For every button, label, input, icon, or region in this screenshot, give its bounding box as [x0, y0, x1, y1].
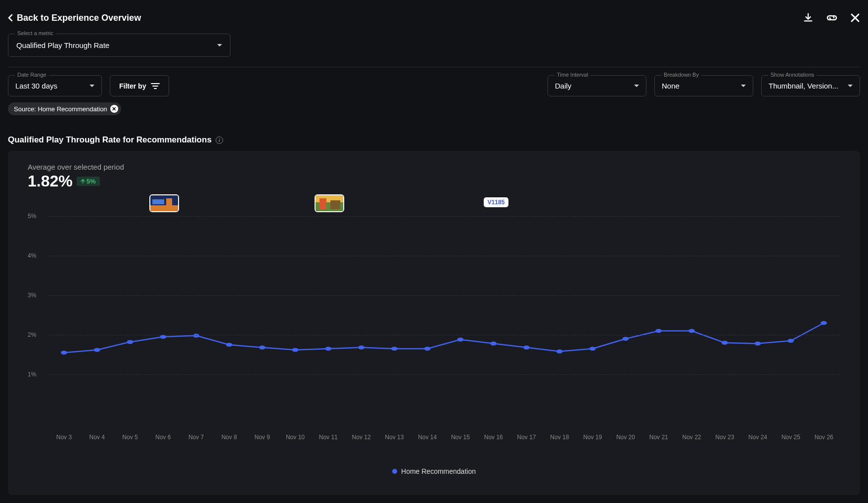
metric-select[interactable]: Select a metric Qualified Play Through R…	[8, 34, 230, 57]
y-tick: 2%	[28, 331, 36, 338]
svg-point-13	[226, 343, 232, 347]
summary-label: Average over selected period	[28, 163, 840, 171]
x-tick: Nov 21	[642, 434, 675, 441]
svg-point-9	[94, 348, 100, 352]
grid-line	[47, 216, 840, 217]
svg-rect-1	[150, 205, 178, 211]
legend-dot	[392, 469, 397, 474]
svg-point-21	[490, 342, 497, 346]
x-tick: Nov 14	[411, 434, 444, 441]
x-tick: Nov 8	[213, 434, 246, 441]
chart-card: Average over selected period 1.82% 5%	[8, 151, 860, 495]
svg-point-30	[787, 339, 794, 343]
x-tick: Nov 4	[81, 434, 114, 441]
caret-down-icon	[217, 44, 222, 46]
breakdown-label: Breakdown By	[661, 72, 701, 78]
x-tick: Nov 12	[345, 434, 378, 441]
breakdown-value: None	[662, 82, 680, 90]
legend-label: Home Recommendation	[401, 467, 476, 475]
y-tick: 4%	[28, 252, 36, 259]
thumbnail-icon	[316, 195, 343, 211]
caret-down-icon	[634, 85, 639, 87]
filter-by-button[interactable]: Filter by	[110, 75, 169, 96]
x-tick: Nov 17	[510, 434, 543, 441]
svg-point-16	[325, 347, 331, 351]
y-tick: 5%	[28, 213, 36, 220]
section-title-row: Qualified Play Through Rate for Recommen…	[8, 135, 860, 145]
svg-rect-2	[166, 198, 172, 209]
x-tick: Nov 5	[114, 434, 147, 441]
svg-point-19	[424, 347, 431, 351]
version-annotation[interactable]: V1185	[484, 197, 509, 207]
grid-line	[47, 295, 840, 296]
y-tick: 3%	[28, 292, 36, 299]
delta-value: 5%	[87, 178, 96, 185]
x-tick: Nov 13	[378, 434, 411, 441]
x-tick: Nov 9	[246, 434, 279, 441]
link-icon[interactable]	[825, 12, 838, 23]
filter-icon	[151, 83, 160, 90]
svg-point-26	[655, 329, 662, 333]
breakdown-select[interactable]: Breakdown By None	[654, 75, 753, 96]
annotations-value: Thumbnail, Version...	[769, 82, 838, 90]
chart-svg	[47, 216, 840, 414]
svg-point-31	[821, 321, 827, 325]
back-link[interactable]: Back to Experience Overview	[8, 13, 141, 23]
x-tick: Nov 23	[708, 434, 741, 441]
x-tick: Nov 10	[279, 434, 312, 441]
svg-rect-7	[330, 200, 340, 209]
x-tick: Nov 24	[741, 434, 775, 441]
svg-rect-3	[152, 199, 164, 204]
x-tick: Nov 11	[312, 434, 345, 441]
info-icon[interactable]: i	[216, 137, 223, 144]
svg-point-23	[556, 350, 563, 354]
x-tick: Nov 15	[444, 434, 477, 441]
svg-point-15	[292, 348, 299, 352]
svg-point-22	[523, 346, 530, 350]
x-axis: Nov 3Nov 4Nov 5Nov 6Nov 7Nov 8Nov 9Nov 1…	[28, 434, 840, 441]
x-tick: Nov 25	[775, 434, 808, 441]
top-actions	[803, 12, 860, 23]
annotations-bar: V1185	[28, 194, 840, 216]
date-range-label: Date Range	[15, 72, 49, 78]
chart-area: V1185 1%2%3%4%5% Nov 3Nov 4Nov 5Nov 6Nov…	[28, 194, 840, 483]
x-tick: Nov 6	[146, 434, 180, 441]
svg-point-8	[61, 351, 67, 355]
section-title: Qualified Play Through Rate for Recommen…	[8, 135, 212, 145]
svg-point-20	[457, 338, 463, 342]
chevron-left-icon	[8, 14, 13, 22]
chip-text: Source: Home Recommendation	[14, 105, 107, 113]
grid-line	[47, 335, 840, 335]
svg-point-18	[391, 347, 398, 351]
svg-point-11	[160, 335, 166, 339]
divider	[8, 67, 860, 67]
svg-point-17	[358, 346, 365, 350]
filter-label: Filter by	[119, 82, 146, 90]
annotations-select[interactable]: Show Annotations Thumbnail, Version...	[761, 75, 860, 96]
time-interval-select[interactable]: Time Interval Daily	[548, 75, 646, 96]
svg-point-14	[259, 346, 266, 350]
filter-chip: Source: Home Recommendation ✕	[8, 102, 121, 115]
caret-down-icon	[848, 85, 853, 87]
download-icon[interactable]	[803, 12, 814, 23]
time-interval-value: Daily	[555, 82, 571, 90]
thumbnail-annotation[interactable]	[149, 194, 179, 212]
plot: 1%2%3%4%5%	[28, 216, 840, 414]
date-range-value: Last 30 days	[15, 82, 57, 90]
annotations-label: Show Annotations	[768, 72, 817, 78]
arrow-up-icon	[81, 179, 85, 183]
svg-point-29	[755, 342, 761, 346]
x-tick: Nov 16	[477, 434, 510, 441]
chip-remove-icon[interactable]: ✕	[110, 105, 118, 113]
caret-down-icon	[741, 85, 746, 87]
svg-point-28	[722, 341, 728, 345]
summary: Average over selected period 1.82% 5%	[28, 163, 840, 190]
thumbnail-annotation[interactable]	[315, 194, 344, 212]
summary-value: 1.82%	[28, 172, 73, 190]
grid-line	[47, 256, 840, 256]
metric-select-value: Qualified Play Through Rate	[16, 41, 109, 49]
svg-rect-6	[320, 198, 326, 209]
date-range-select[interactable]: Date Range Last 30 days	[8, 75, 102, 96]
close-icon[interactable]	[850, 13, 860, 23]
caret-down-icon	[90, 85, 94, 87]
